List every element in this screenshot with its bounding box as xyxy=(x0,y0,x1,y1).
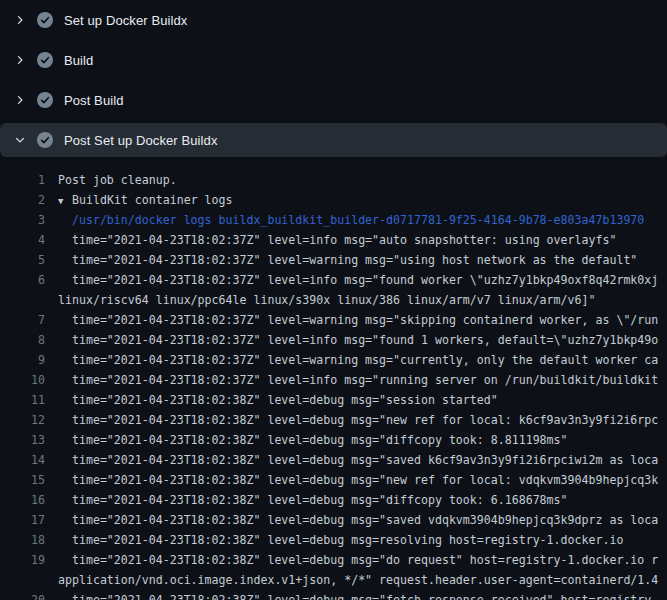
step-row[interactable]: Post Set up Docker Buildx xyxy=(0,123,667,157)
log-line-number[interactable]: 17 xyxy=(0,510,45,530)
log-line-number[interactable]: 5 xyxy=(0,250,45,270)
log-line-number[interactable]: 3 xyxy=(0,210,45,230)
log-line: 5 time="2021-04-23T18:02:37Z" level=warn… xyxy=(0,250,667,270)
log-line: 11 time="2021-04-23T18:02:38Z" level=deb… xyxy=(0,390,667,410)
log-line: 8 time="2021-04-23T18:02:37Z" level=info… xyxy=(0,330,667,350)
log-line-number[interactable] xyxy=(0,290,45,310)
log-line-text: time="2021-04-23T18:02:38Z" level=debug … xyxy=(45,530,623,550)
log-line-number[interactable]: 2 xyxy=(0,190,45,210)
log-line-text: time="2021-04-23T18:02:37Z" level=warnin… xyxy=(45,350,658,370)
log-line: 7 time="2021-04-23T18:02:37Z" level=warn… xyxy=(0,310,667,330)
log-line-number[interactable]: 7 xyxy=(0,310,45,330)
step-label: Post Set up Docker Buildx xyxy=(64,133,218,148)
log-line: 19 time="2021-04-23T18:02:38Z" level=deb… xyxy=(0,550,667,570)
log-line: 4 time="2021-04-23T18:02:37Z" level=info… xyxy=(0,230,667,250)
chevron-right-icon xyxy=(14,54,26,66)
log-line: 9 time="2021-04-23T18:02:37Z" level=warn… xyxy=(0,350,667,370)
chevron-right-icon xyxy=(14,94,26,106)
log-line-number[interactable]: 4 xyxy=(0,230,45,250)
log-line-text: time="2021-04-23T18:02:38Z" level=debug … xyxy=(45,390,498,410)
log-line-number[interactable]: 13 xyxy=(0,430,45,450)
log-line-number[interactable]: 10 xyxy=(0,370,45,390)
log-line-text: time="2021-04-23T18:02:37Z" level=warnin… xyxy=(45,310,658,330)
log-line-text: time="2021-04-23T18:02:37Z" level=info m… xyxy=(45,270,658,290)
log-line: application/vnd.oci.image.index.v1+json,… xyxy=(0,570,667,590)
log-line-text: time="2021-04-23T18:02:38Z" level=debug … xyxy=(45,550,658,570)
log-line-number[interactable] xyxy=(0,570,45,590)
log-line-number[interactable]: 20 xyxy=(0,590,45,600)
check-circle-icon xyxy=(37,12,53,28)
log-line-number[interactable]: 14 xyxy=(0,450,45,470)
log-line: 16 time="2021-04-23T18:02:38Z" level=deb… xyxy=(0,490,667,510)
log-line-text: linux/riscv64 linux/ppc64le linux/s390x … xyxy=(45,290,595,310)
log-line: 15 time="2021-04-23T18:02:38Z" level=deb… xyxy=(0,470,667,490)
log-line-number[interactable]: 8 xyxy=(0,330,45,350)
log-line-number[interactable]: 16 xyxy=(0,490,45,510)
log-line-number[interactable]: 6 xyxy=(0,270,45,290)
log-line: 1 Post job cleanup. xyxy=(0,170,667,190)
check-circle-icon xyxy=(37,92,53,108)
log-line-text: time="2021-04-23T18:02:37Z" level=warnin… xyxy=(45,250,637,270)
log-line-text: time="2021-04-23T18:02:38Z" level=debug … xyxy=(45,590,658,600)
check-circle-icon xyxy=(37,132,53,148)
log-line-text: time="2021-04-23T18:02:37Z" level=info m… xyxy=(45,230,616,250)
chevron-right-icon xyxy=(14,14,26,26)
log-line-text: time="2021-04-23T18:02:38Z" level=debug … xyxy=(45,410,658,430)
log-line-number[interactable]: 1 xyxy=(0,170,45,190)
log-line: 3 /usr/bin/docker logs buildx_buildkit_b… xyxy=(0,210,667,230)
log-line: 18 time="2021-04-23T18:02:38Z" level=deb… xyxy=(0,530,667,550)
log-line-text: ▼BuildKit container logs xyxy=(45,190,233,210)
log-line-text: time="2021-04-23T18:02:38Z" level=debug … xyxy=(45,490,568,510)
log-line: 13 time="2021-04-23T18:02:38Z" level=deb… xyxy=(0,430,667,450)
log-line-number[interactable]: 11 xyxy=(0,390,45,410)
step-label: Set up Docker Buildx xyxy=(64,13,187,28)
step-label: Post Build xyxy=(64,93,124,108)
log-line-number[interactable]: 15 xyxy=(0,470,45,490)
log-line-text: time="2021-04-23T18:02:38Z" level=debug … xyxy=(45,510,658,530)
actions-log-viewer: Set up Docker Buildx Build Post Build Po… xyxy=(0,0,667,600)
chevron-down-icon xyxy=(14,134,26,146)
step-row[interactable]: Post Build xyxy=(0,80,667,120)
log-line: 14 time="2021-04-23T18:02:38Z" level=deb… xyxy=(0,450,667,470)
log-output: 1 Post job cleanup. 2 ▼BuildKit containe… xyxy=(0,160,667,600)
log-line-text: time="2021-04-23T18:02:37Z" level=info m… xyxy=(45,330,658,350)
log-line-text: /usr/bin/docker logs buildx_buildkit_bui… xyxy=(45,210,644,230)
steps-list: Set up Docker Buildx Build Post Build Po… xyxy=(0,0,667,157)
log-line-text: time="2021-04-23T18:02:38Z" level=debug … xyxy=(45,430,568,450)
log-line: 6 time="2021-04-23T18:02:37Z" level=info… xyxy=(0,270,667,290)
check-circle-icon xyxy=(37,52,53,68)
log-line: 2 ▼BuildKit container logs xyxy=(0,190,667,210)
step-row[interactable]: Build xyxy=(0,40,667,80)
log-line-text: application/vnd.oci.image.index.v1+json,… xyxy=(45,570,658,590)
log-line: 20 time="2021-04-23T18:02:38Z" level=deb… xyxy=(0,590,667,600)
log-line-number[interactable]: 18 xyxy=(0,530,45,550)
log-line-text: time="2021-04-23T18:02:38Z" level=debug … xyxy=(45,470,658,490)
log-line: linux/riscv64 linux/ppc64le linux/s390x … xyxy=(0,290,667,310)
log-line-number[interactable]: 19 xyxy=(0,550,45,570)
log-group-toggle-icon[interactable]: ▼ xyxy=(58,191,72,210)
log-line: 10 time="2021-04-23T18:02:37Z" level=inf… xyxy=(0,370,667,390)
log-line-text: time="2021-04-23T18:02:38Z" level=debug … xyxy=(45,450,658,470)
log-line-number[interactable]: 12 xyxy=(0,410,45,430)
log-line-text: time="2021-04-23T18:02:37Z" level=info m… xyxy=(45,370,658,390)
log-line: 17 time="2021-04-23T18:02:38Z" level=deb… xyxy=(0,510,667,530)
log-line-number[interactable]: 9 xyxy=(0,350,45,370)
log-line: 12 time="2021-04-23T18:02:38Z" level=deb… xyxy=(0,410,667,430)
step-row[interactable]: Set up Docker Buildx xyxy=(0,0,667,40)
step-label: Build xyxy=(64,53,93,68)
log-line-text: Post job cleanup. xyxy=(45,170,177,190)
